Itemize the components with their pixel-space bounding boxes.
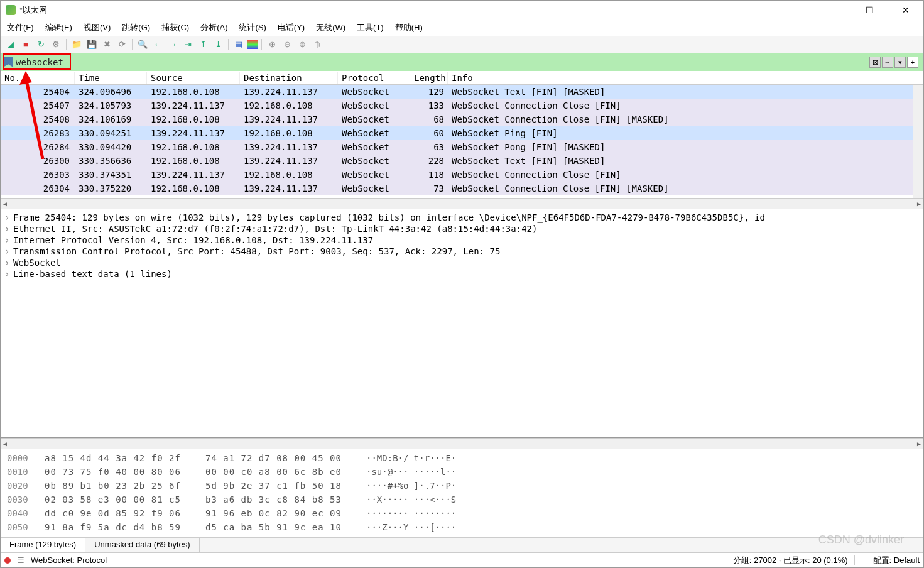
reload-icon[interactable]: ⟳ xyxy=(116,38,128,51)
packet-row[interactable]: 26300330.356636192.168.0.108139.224.11.1… xyxy=(1,154,923,168)
resize-columns-icon[interactable]: ⫛ xyxy=(311,38,323,51)
menu-edit[interactable]: 编辑(E) xyxy=(43,21,75,35)
menu-go[interactable]: 跳转(G) xyxy=(119,21,153,35)
detail-row[interactable]: ›Internet Protocol Version 4, Src: 192.1… xyxy=(1,234,923,246)
restart-capture-icon[interactable]: ↻ xyxy=(35,38,47,51)
close-file-icon[interactable]: ✖ xyxy=(101,38,113,51)
col-dest[interactable]: Destination xyxy=(240,72,338,84)
menu-tools[interactable]: 工具(T) xyxy=(354,21,386,35)
packet-row[interactable]: 26283330.094251139.224.11.137192.168.0.1… xyxy=(1,126,923,140)
expand-icon[interactable]: › xyxy=(4,246,13,256)
menu-help[interactable]: 帮助(H) xyxy=(393,21,425,35)
go-first-icon[interactable]: ⤒ xyxy=(197,38,209,51)
hex-row[interactable]: 001000 73 75 f0 40 00 80 0600 00 c0 a8 0… xyxy=(7,465,917,479)
packet-vscrollbar[interactable] xyxy=(913,85,923,198)
col-length[interactable]: Length xyxy=(410,72,448,84)
clear-filter-button[interactable]: ⊠ xyxy=(869,57,881,68)
packet-row[interactable]: 25404324.096496192.168.0.108139.224.11.1… xyxy=(1,85,923,99)
zoom-out-icon[interactable]: ⊖ xyxy=(281,38,293,51)
menu-capture[interactable]: 捕获(C) xyxy=(159,21,192,35)
menu-analyze[interactable]: 分析(A) xyxy=(198,21,230,35)
hex-row[interactable]: 005091 8a f9 5a dc d4 b8 59d5 ca ba 5b 9… xyxy=(7,520,917,534)
menu-view[interactable]: 视图(V) xyxy=(81,21,113,35)
menu-file[interactable]: 文件(F) xyxy=(4,21,36,35)
hex-row[interactable]: 003002 03 58 e3 00 00 81 c5b3 a6 db 3c c… xyxy=(7,493,917,506)
expand-icon[interactable]: › xyxy=(4,258,13,268)
go-back-icon[interactable]: ← xyxy=(151,38,164,51)
find-icon[interactable]: 🔍 xyxy=(136,38,149,51)
packet-row[interactable]: 26284330.094420192.168.0.108139.224.11.1… xyxy=(1,140,923,154)
col-no[interactable]: No. xyxy=(1,72,75,84)
packet-list-pane: No. Time Source Destination Protocol Len… xyxy=(1,71,923,209)
detail-row[interactable]: ›Ethernet II, Src: ASUSTekC_a1:72:d7 (f0… xyxy=(1,223,923,234)
col-time[interactable]: Time xyxy=(75,72,147,84)
options-icon[interactable]: ⚙ xyxy=(50,38,62,51)
hex-tab-frame[interactable]: Frame (129 bytes) xyxy=(1,538,85,552)
packet-row[interactable]: 25407324.105793139.224.11.137192.168.0.1… xyxy=(1,99,923,112)
expand-icon[interactable]: › xyxy=(4,235,13,245)
hex-row[interactable]: 00200b 89 b1 b0 23 2b 25 6f5d 9b 2e 37 c… xyxy=(7,479,917,493)
statusbar: ☰ WebSocket: Protocol 分组: 27002 · 已显示: 2… xyxy=(1,552,923,567)
titlebar: *以太网 — ☐ ✕ xyxy=(1,1,923,19)
hex-tab-unmasked[interactable]: Unmasked data (69 bytes) xyxy=(85,538,199,552)
expert-info-icon[interactable] xyxy=(4,557,11,564)
go-last-icon[interactable]: ⤓ xyxy=(212,38,224,51)
add-filter-button[interactable]: + xyxy=(907,57,918,68)
col-protocol[interactable]: Protocol xyxy=(338,72,410,84)
status-protocol: WebSocket: Protocol xyxy=(31,555,107,565)
packet-row[interactable]: 26304330.375220192.168.0.108139.224.11.1… xyxy=(1,182,923,195)
maximize-button[interactable]: ☐ xyxy=(857,5,882,15)
menubar: 文件(F) 编辑(E) 视图(V) 跳转(G) 捕获(C) 分析(A) 统计(S… xyxy=(1,19,923,36)
apply-filter-button[interactable]: → xyxy=(882,57,893,68)
close-button[interactable]: ✕ xyxy=(893,5,918,15)
toolbar: ◢ ■ ↻ ⚙ 📁 💾 ✖ ⟳ 🔍 ← → ⇥ ⤒ ⤓ ▤ ⊕ ⊖ ⊜ ⫛ xyxy=(1,36,923,53)
hex-tabs: Frame (129 bytes) Unmasked data (69 byte… xyxy=(1,537,923,552)
menu-wireless[interactable]: 无线(W) xyxy=(313,21,348,35)
col-info[interactable]: Info xyxy=(448,72,923,84)
hex-row[interactable]: 0000a8 15 4d 44 3a 42 f0 2f74 a1 72 d7 0… xyxy=(7,451,917,465)
menu-stats[interactable]: 统计(S) xyxy=(236,21,268,35)
colorize-icon[interactable] xyxy=(247,40,258,49)
col-source[interactable]: Source xyxy=(147,72,240,84)
autoscroll-icon[interactable]: ▤ xyxy=(232,38,245,51)
status-packets: 分组: 27002 · 已显示: 20 (0.1%) xyxy=(733,555,848,566)
zoom-in-icon[interactable]: ⊕ xyxy=(266,38,278,51)
go-to-packet-icon[interactable]: ⇥ xyxy=(182,38,194,51)
open-file-icon[interactable]: 📁 xyxy=(70,38,83,51)
detail-row[interactable]: ›Transmission Control Protocol, Src Port… xyxy=(1,246,923,257)
expand-icon[interactable]: › xyxy=(4,212,13,222)
packet-list-body[interactable]: 25404324.096496192.168.0.108139.224.11.1… xyxy=(1,85,923,198)
go-forward-icon[interactable]: → xyxy=(166,38,179,51)
detail-row[interactable]: ›WebSocket xyxy=(1,257,923,268)
app-icon xyxy=(6,5,16,15)
zoom-reset-icon[interactable]: ⊜ xyxy=(296,38,308,51)
packet-hscrollbar[interactable]: ◄► xyxy=(1,198,923,209)
packet-row[interactable]: 26303330.374351139.224.11.137192.168.0.1… xyxy=(1,168,923,182)
detail-row[interactable]: ›Frame 25404: 129 bytes on wire (1032 bi… xyxy=(1,212,923,223)
hex-body[interactable]: 0000a8 15 4d 44 3a 42 f0 2f74 a1 72 d7 0… xyxy=(1,449,923,537)
start-capture-icon[interactable]: ◢ xyxy=(4,38,17,51)
packet-list-header: No. Time Source Destination Protocol Len… xyxy=(1,71,923,85)
packet-row[interactable]: 25408324.106169192.168.0.108139.224.11.1… xyxy=(1,112,923,126)
minimize-button[interactable]: — xyxy=(820,5,845,15)
filter-bar: ⊠ → ▾ + xyxy=(1,53,923,71)
packet-details-pane[interactable]: ›Frame 25404: 129 bytes on wire (1032 bi… xyxy=(1,209,923,438)
app-window: *以太网 — ☐ ✕ 文件(F) 编辑(E) 视图(V) 跳转(G) 捕获(C)… xyxy=(0,0,924,568)
status-profile[interactable]: 配置: Default xyxy=(873,555,920,566)
details-hscrollbar[interactable]: ◄► xyxy=(1,438,923,449)
detail-row[interactable]: ›Line-based text data (1 lines) xyxy=(1,268,923,280)
menu-telephony[interactable]: 电话(Y) xyxy=(275,21,307,35)
stop-capture-icon[interactable]: ■ xyxy=(19,38,32,51)
expand-icon[interactable]: › xyxy=(4,269,13,279)
bookmark-icon[interactable] xyxy=(3,57,13,67)
expand-icon[interactable]: › xyxy=(4,224,13,234)
packet-bytes-pane: 0000a8 15 4d 44 3a 42 f0 2f74 a1 72 d7 0… xyxy=(1,449,923,552)
hex-row[interactable]: 0040dd c0 9e 0d 85 92 f9 0691 96 eb 0c 8… xyxy=(7,506,917,520)
window-title: *以太网 xyxy=(19,4,820,16)
capture-file-properties-icon[interactable]: ☰ xyxy=(17,555,24,565)
display-filter-input[interactable] xyxy=(14,56,869,68)
save-file-icon[interactable]: 💾 xyxy=(85,38,98,51)
filter-dropdown-button[interactable]: ▾ xyxy=(894,57,906,68)
